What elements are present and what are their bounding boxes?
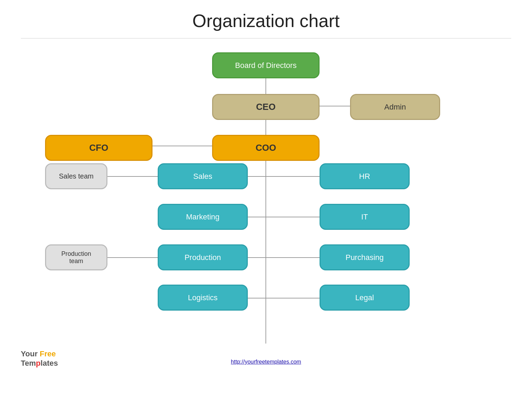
marketing-node: Marketing [158,204,248,230]
sales-team-node: Sales team [45,163,107,189]
production-team-node: Production team [45,244,107,270]
logo: Your Free Templates [21,349,58,368]
divider [21,38,511,38]
logo-free: Free [40,349,56,358]
sales-node: Sales [158,163,248,189]
hr-node: HR [320,163,410,189]
footer-link[interactable]: http://yourfreetemplates.com [231,359,301,365]
logo-highlight: p [36,359,41,367]
logo-tem: Tem [21,359,36,367]
logo-your: Your [21,349,40,358]
ceo-node: CEO [212,94,320,120]
production-node: Production [158,244,248,270]
board-of-directors-node: Board of Directors [212,52,320,78]
legal-node: Legal [320,285,410,311]
purchasing-node: Purchasing [320,244,410,270]
cfo-node: CFO [45,135,152,161]
logo-lates: lates [41,359,58,367]
logistics-node: Logistics [158,285,248,311]
chart-area: Board of Directors CEO Admin CFO COO Sal… [0,42,532,371]
coo-node: COO [212,135,320,161]
admin-node: Admin [350,94,440,120]
connector-lines [0,42,532,371]
it-node: IT [320,204,410,230]
page-title: Organization chart [0,0,532,38]
footer: http://yourfreetemplates.com [0,359,532,365]
